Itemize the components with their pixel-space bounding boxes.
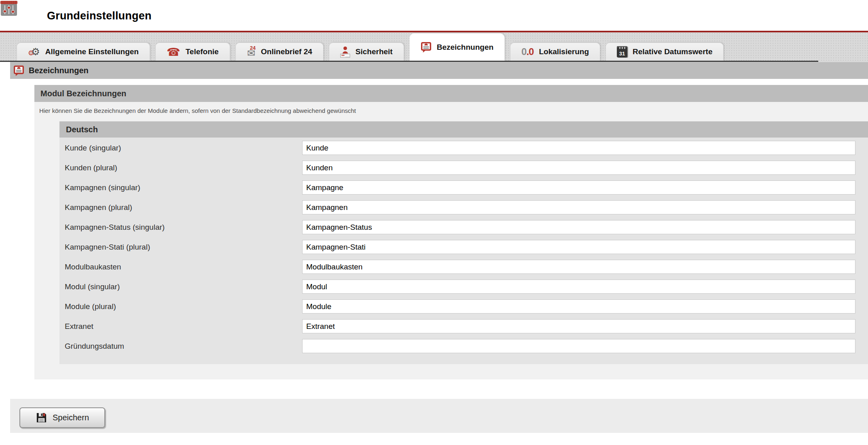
save-button[interactable]: Speichern [19, 407, 105, 428]
speech-bubble-icon [421, 42, 432, 53]
input-gründungsdatum[interactable] [302, 339, 855, 353]
tab-label: Bezeichnungen [437, 43, 493, 52]
form-row: Modul (singular) [65, 280, 855, 294]
form-row: Kampagnen (plural) [65, 200, 855, 214]
form-row: Kunde (singular) [65, 141, 855, 155]
input-extranet[interactable] [302, 319, 855, 333]
save-button-label: Speichern [53, 413, 89, 422]
footer-bar: Speichern [10, 399, 868, 433]
input-kunden-plural[interactable] [302, 161, 855, 175]
telephone-icon: ☎ [167, 47, 180, 57]
form-row: Kunden (plural) [65, 161, 855, 175]
section-header-bezeichnungen: Bezeichnungen [10, 62, 868, 79]
tab-label: Onlinebrief 24 [261, 47, 312, 56]
field-label: Kampagnen (singular) [65, 180, 140, 195]
panel-title-bar: Modul Bezeichnungen [34, 85, 868, 102]
tab-strip: ⚙⚙Allgemeine Einstellungen☎Telefonie24✉O… [0, 32, 868, 62]
section-header-label: Bezeichnungen [29, 66, 89, 75]
field-label: Kunde (singular) [65, 141, 121, 155]
form-row: Kampagnen-Stati (plural) [65, 240, 855, 254]
field-label: Extranet [65, 319, 93, 333]
field-label: Kampagnen-Status (singular) [65, 220, 165, 234]
settings-sliders-icon [0, 0, 18, 17]
tab-label: Relative Datumswerte [633, 47, 712, 56]
input-module-plural[interactable] [302, 299, 855, 314]
language-group: Deutsch Kunde (singular)Kunden (plural)K… [59, 121, 868, 364]
envelope-24-icon: 24✉ [247, 45, 256, 58]
speech-bubble-icon [13, 65, 24, 76]
field-label: Kampagnen (plural) [65, 200, 132, 214]
field-label: Kunden (plural) [65, 161, 117, 175]
input-modulbaukasten[interactable] [302, 260, 855, 274]
input-kunde-singular[interactable] [302, 141, 855, 155]
tab-label: Sicherheit [356, 47, 393, 56]
form-row: Gründungsdatum [65, 339, 855, 353]
tab-telefonie[interactable]: ☎Telefonie [155, 42, 230, 61]
decimal-number-icon: 0.0 [521, 47, 534, 57]
svg-text:**: ** [341, 53, 345, 58]
field-label: Module (plural) [65, 299, 116, 314]
panel-title: Modul Bezeichnungen [40, 89, 126, 98]
page-title: Grundeinstellungen [47, 10, 152, 22]
form-row: Kampagnen (singular) [65, 180, 855, 195]
form-row: Kampagnen-Status (singular) [65, 220, 855, 234]
input-kampagnen-status-singular[interactable] [302, 220, 855, 234]
svg-text:__: __ [345, 53, 349, 57]
tab-label: Lokalisierung [539, 47, 589, 56]
tab-allgemeine-einstellungen[interactable]: ⚙⚙Allgemeine Einstellungen [17, 42, 150, 61]
tab-label: Telefonie [186, 47, 219, 56]
form-row: Modulbaukasten [65, 260, 855, 274]
floppy-disk-icon [36, 412, 47, 424]
form-row: Module (plural) [65, 299, 855, 314]
tab-bezeichnungen[interactable]: Bezeichnungen [409, 33, 505, 61]
tab-relative-datumswerte[interactable]: 31Relative Datumswerte [605, 42, 724, 61]
form-row: Extranet [65, 319, 855, 333]
calendar-31-icon: 31 [617, 46, 627, 57]
gears-icon: ⚙⚙ [28, 47, 40, 57]
input-kampagnen-singular[interactable] [302, 180, 855, 195]
module-names-panel: Hier können Sie die Bezeichnungen der Mo… [34, 102, 868, 379]
field-label: Modulbaukasten [65, 260, 121, 274]
input-kampagnen-stati-plural[interactable] [302, 240, 855, 254]
field-label: Modul (singular) [65, 280, 120, 294]
group-header: Deutsch [59, 121, 868, 138]
field-label: Kampagnen-Stati (plural) [65, 240, 150, 254]
tab-list: ⚙⚙Allgemeine Einstellungen☎Telefonie24✉O… [17, 33, 724, 61]
tab-label: Allgemeine Einstellungen [45, 47, 139, 56]
grundeinstellungen-page: { "app": { "title": "Grundeinstellungen"… [0, 0, 868, 445]
tab-sicherheit[interactable]: ** __ Sicherheit [329, 42, 404, 61]
tab-onlinebrief-24[interactable]: 24✉Onlinebrief 24 [235, 42, 324, 61]
tab-lokalisierung[interactable]: 0.0Lokalisierung [510, 42, 600, 61]
input-modul-singular[interactable] [302, 280, 855, 294]
module-names-form: Kunde (singular)Kunden (plural)Kampagnen… [59, 138, 868, 364]
input-kampagnen-plural[interactable] [302, 200, 855, 214]
user-password-icon: ** __ [340, 46, 350, 58]
field-label: Gründungsdatum [65, 339, 124, 353]
group-title: Deutsch [66, 125, 98, 134]
panel-description: Hier können Sie die Bezeichnungen der Mo… [39, 107, 356, 114]
